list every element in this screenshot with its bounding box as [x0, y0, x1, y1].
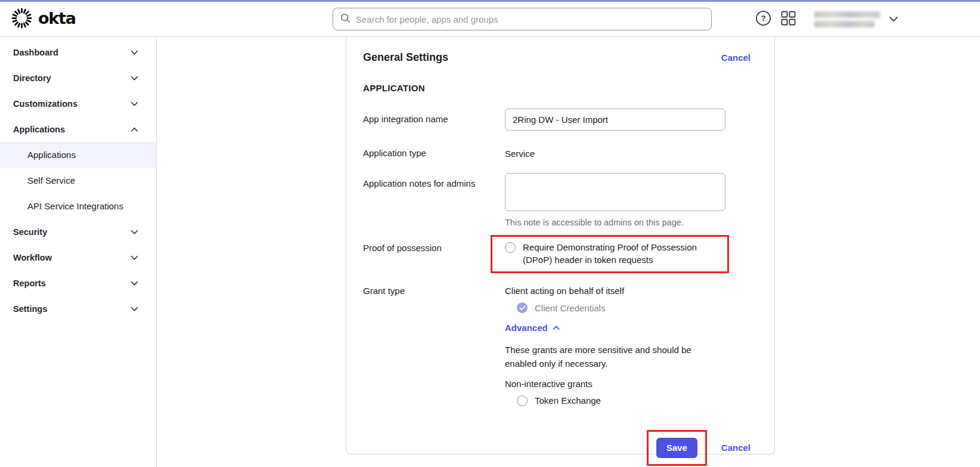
general-settings-panel: General Settings Cancel APPLICATION App …	[346, 37, 775, 454]
sidebar-subitem-self-service[interactable]: Self Service	[0, 168, 156, 193]
chevron-down-icon	[131, 227, 138, 237]
sidebar-item-label: Reports	[13, 279, 46, 288]
sidebar-item-label: Dashboard	[13, 48, 58, 57]
account-name-redacted	[814, 11, 880, 27]
okta-admin-console: okta ?	[0, 0, 980, 467]
sidebar-item-customizations[interactable]: Customizations	[0, 91, 156, 116]
client-credentials-label: Client Credentials	[535, 303, 605, 313]
top-bar: okta ?	[0, 2, 980, 37]
sidebar-subitem-applications[interactable]: Applications	[0, 142, 156, 168]
chevron-down-icon	[131, 99, 138, 109]
sidebar-subitem-api-service-integrations[interactable]: API Service Integrations	[0, 193, 156, 219]
svg-text:?: ?	[761, 14, 765, 23]
app-name-input[interactable]	[505, 109, 725, 131]
grant-group-title: Client acting on behalf of itself	[505, 283, 758, 296]
sidebar-subitem-label: API Service Integrations	[27, 201, 123, 211]
save-highlight-box: Save	[647, 430, 707, 466]
chevron-down-icon	[889, 14, 898, 24]
save-button[interactable]: Save	[656, 438, 697, 458]
notes-label: Application notes for admins	[363, 173, 505, 188]
apps-grid-icon	[781, 11, 796, 28]
sidebar-item-reports[interactable]: Reports	[0, 270, 156, 296]
chevron-down-icon	[131, 279, 138, 288]
sidebar-subitem-label: Applications	[27, 150, 76, 160]
row-application-type: Application type Service	[363, 148, 758, 159]
okta-wordmark: okta	[38, 10, 76, 29]
dpop-highlight-box: Require Demonstrating Proof of Possessio…	[491, 235, 729, 273]
row-grant-type: Grant type Client acting on behalf of it…	[363, 283, 758, 406]
sidebar-item-workflow[interactable]: Workflow	[0, 245, 156, 270]
panel-footer: Save Cancel	[346, 430, 750, 466]
client-credentials-checkbox[interactable]	[517, 302, 528, 313]
check-icon	[519, 302, 526, 313]
app-type-label: Application type	[363, 148, 505, 158]
sidebar-item-label: Directory	[13, 73, 51, 83]
notes-helper-text: This note is accessible to admins on thi…	[505, 218, 758, 227]
token-exchange-row: Token Exchange	[517, 395, 758, 406]
sidebar-item-label: Security	[13, 227, 47, 237]
section-label-application: APPLICATION	[363, 83, 758, 93]
advanced-note: These grants are more sensitive and shou…	[505, 343, 717, 371]
row-app-integration-name: App integration name	[363, 109, 758, 131]
row-proof-of-possession: Proof of possession Require Demonstratin…	[363, 235, 758, 273]
app-name-label: App integration name	[363, 109, 505, 124]
grant-type-label: Grant type	[363, 283, 505, 296]
sidebar-item-dashboard[interactable]: Dashboard	[0, 39, 156, 65]
sidebar-item-label: Settings	[13, 304, 47, 314]
help-icon: ?	[755, 10, 771, 29]
account-menu[interactable]	[814, 2, 898, 36]
sidebar-item-settings[interactable]: Settings	[0, 296, 156, 321]
token-exchange-label: Token Exchange	[535, 395, 601, 406]
non-interactive-grants-title: Non-interactive grants	[505, 379, 758, 389]
chevron-down-icon	[131, 48, 138, 57]
sidebar-item-security[interactable]: Security	[0, 219, 156, 245]
chevron-down-icon	[131, 253, 138, 262]
sidebar-item-label: Customizations	[13, 99, 77, 109]
search-input[interactable]	[356, 14, 704, 24]
sidebar-item-label: Workflow	[13, 253, 52, 262]
page-title: General Settings	[363, 51, 448, 64]
dpop-checkbox-label: Require Demonstrating Proof of Possessio…	[523, 241, 721, 266]
chevron-up-icon	[553, 322, 560, 333]
help-button[interactable]: ?	[755, 2, 771, 36]
cancel-link-top[interactable]: Cancel	[721, 52, 750, 63]
chevron-down-icon	[131, 304, 138, 314]
chevron-down-icon	[131, 73, 138, 83]
dpop-checkbox[interactable]	[505, 242, 516, 253]
pop-label: Proof of possession	[363, 235, 505, 253]
chevron-up-icon	[131, 125, 138, 134]
sidebar: Dashboard Directory Customizations Appli…	[0, 37, 157, 467]
global-search	[333, 8, 712, 30]
apps-grid-button[interactable]	[781, 2, 796, 36]
okta-aura-icon	[11, 7, 33, 32]
sidebar-subitem-label: Self Service	[27, 175, 75, 185]
row-application-notes: Application notes for admins This note i…	[363, 173, 758, 227]
advanced-toggle-label: Advanced	[505, 323, 548, 333]
search-icon	[340, 13, 351, 26]
advanced-toggle[interactable]: Advanced	[505, 322, 758, 333]
sidebar-item-directory[interactable]: Directory	[0, 65, 156, 91]
token-exchange-checkbox[interactable]	[517, 395, 528, 406]
sidebar-item-label: Applications	[13, 125, 65, 134]
cancel-link-bottom[interactable]: Cancel	[721, 443, 750, 453]
sidebar-item-applications[interactable]: Applications	[0, 116, 156, 142]
notes-textarea[interactable]	[505, 173, 725, 211]
okta-logo[interactable]: okta	[11, 2, 76, 36]
app-type-value: Service	[505, 148, 758, 159]
client-credentials-row: Client Credentials	[517, 302, 758, 313]
